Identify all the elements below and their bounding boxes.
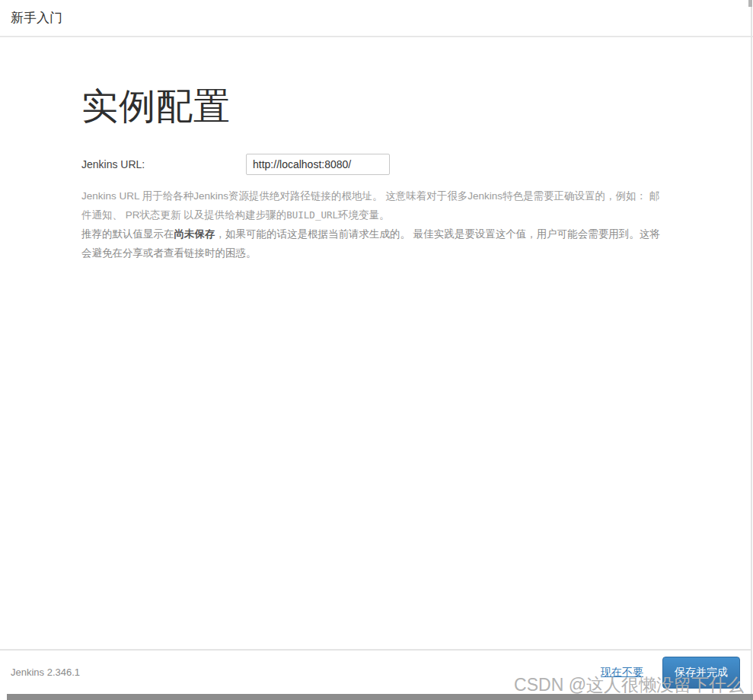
jenkins-url-label: Jenkins URL:	[81, 158, 246, 170]
modal-right-edge	[751, 0, 752, 694]
save-and-finish-button[interactable]: 保存并完成	[662, 657, 740, 689]
build-url-code: BUILD_URL	[286, 209, 338, 221]
desc2-text-before: 推荐的默认值显示在	[81, 228, 174, 240]
url-description-paragraph-2: 推荐的默认值显示在尚未保存，如果可能的话这是根据当前请求生成的。 最佳实践是要设…	[81, 224, 663, 262]
url-description-paragraph-1: Jenkins URL 用于给各种Jenkins资源提供绝对路径链接的根地址。 …	[81, 186, 663, 224]
wizard-body: 实例配置 Jenkins URL: Jenkins URL 用于给各种Jenki…	[0, 37, 753, 262]
scrollbar-notch	[748, 0, 752, 7]
wizard-header: 新手入门	[0, 0, 753, 37]
setup-wizard-modal: 新手入门 实例配置 Jenkins URL: Jenkins URL 用于给各种…	[0, 0, 753, 700]
wizard-footer: Jenkins 2.346.1 现在不要 保存并完成	[0, 649, 751, 694]
not-now-link[interactable]: 现在不要	[601, 666, 643, 679]
url-description: Jenkins URL 用于给各种Jenkins资源提供绝对路径链接的根地址。 …	[81, 186, 663, 262]
modal-bottom-shadow	[7, 694, 753, 700]
jenkins-url-form-row: Jenkins URL:	[81, 154, 753, 175]
not-saved-bold-text: 尚未保存	[174, 228, 215, 240]
page-title: 实例配置	[81, 84, 753, 129]
jenkins-url-input[interactable]	[246, 154, 390, 175]
wizard-header-title: 新手入门	[11, 9, 62, 27]
jenkins-version-label: Jenkins 2.346.1	[11, 667, 80, 678]
desc1-text-after: 环境变量。	[338, 209, 390, 221]
